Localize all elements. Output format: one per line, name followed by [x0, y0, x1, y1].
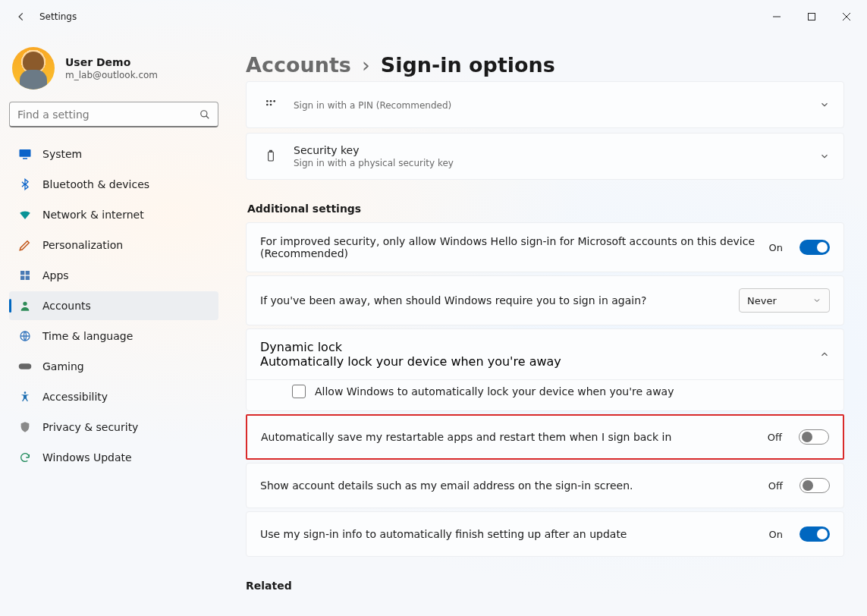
nav-list: SystemBluetooth & devicesNetwork & inter…	[9, 140, 218, 472]
setting-require-signin-value: Never	[747, 295, 777, 306]
titlebar: Settings	[0, 0, 867, 33]
maximize-button[interactable]	[794, 5, 829, 29]
profile-name: User Demo	[65, 56, 158, 68]
svg-rect-2	[20, 149, 31, 157]
nav-item-label: Apps	[42, 269, 69, 281]
nav-item-bluetooth-devices[interactable]: Bluetooth & devices	[9, 170, 218, 199]
chevron-down-icon	[819, 151, 830, 162]
gamepad-icon	[18, 360, 32, 373]
chevron-up-icon	[819, 349, 830, 360]
svg-rect-7	[26, 276, 30, 280]
setting-hello-only-state: On	[769, 242, 783, 253]
svg-rect-10	[19, 363, 32, 369]
setting-hello-only-toggle[interactable]	[799, 240, 830, 255]
wifi-icon	[18, 208, 32, 222]
dynamic-lock-checkbox-label: Allow Windows to automatically lock your…	[315, 385, 674, 398]
nav-item-label: Gaming	[42, 360, 84, 372]
setting-require-signin-select[interactable]: Never	[739, 288, 830, 313]
dynamic-lock-title: Dynamic lock	[260, 340, 807, 354]
update-icon	[18, 451, 32, 464]
nav-item-label: Windows Update	[42, 451, 132, 464]
nav-item-label: Network & internet	[42, 209, 144, 221]
securitykey-title: Security key	[294, 144, 807, 156]
setting-finish-setup: Use my sign-in info to automatically fin…	[246, 511, 844, 557]
securitykey-subtitle: Sign in with a physical security key	[294, 158, 807, 168]
signin-method-pin[interactable]: Sign in with a PIN (Recommended)	[246, 81, 844, 128]
monitor-icon	[18, 147, 32, 161]
setting-show-details-state: Off	[768, 480, 783, 492]
nav-item-gaming[interactable]: Gaming	[9, 352, 218, 381]
brush-icon	[18, 238, 32, 252]
pin-icon	[260, 99, 281, 111]
setting-finish-setup-toggle[interactable]	[799, 526, 830, 542]
chevron-down-icon	[812, 296, 821, 305]
setting-restart-apps: Automatically save my restartable apps a…	[246, 414, 844, 460]
signin-method-securitykey[interactable]: Security key Sign in with a physical sec…	[246, 133, 844, 180]
avatar	[12, 47, 55, 90]
person-icon	[18, 299, 32, 313]
search-icon	[199, 109, 210, 120]
nav-item-system[interactable]: System	[9, 140, 218, 168]
svg-rect-17	[269, 152, 274, 161]
grid-icon	[18, 269, 32, 282]
search-input[interactable]	[17, 108, 199, 121]
main-content: Accounts › Sign-in options Sign in with …	[228, 33, 867, 616]
setting-restart-apps-state: Off	[768, 432, 782, 443]
dynamic-lock-sub: Automatically lock your device when you'…	[260, 354, 807, 369]
setting-restart-apps-label: Automatically save my restartable apps a…	[261, 431, 755, 443]
setting-finish-setup-state: On	[769, 529, 783, 540]
svg-point-8	[23, 302, 27, 306]
section-related: Related	[246, 580, 844, 592]
nav-item-accounts[interactable]: Accounts	[9, 291, 218, 320]
setting-show-details-toggle[interactable]	[799, 478, 830, 493]
svg-point-12	[266, 100, 269, 102]
dynamic-lock-checkbox[interactable]	[292, 385, 306, 398]
nav-item-label: Privacy & security	[42, 421, 138, 433]
setting-restart-apps-toggle[interactable]	[799, 429, 829, 445]
setting-finish-setup-label: Use my sign-in info to automatically fin…	[260, 528, 757, 540]
nav-item-time-language[interactable]: Time & language	[9, 322, 218, 350]
nav-item-privacy-security[interactable]: Privacy & security	[9, 413, 218, 442]
svg-rect-3	[23, 158, 27, 159]
svg-point-14	[273, 100, 275, 102]
window-title: Settings	[39, 11, 77, 22]
svg-point-1	[201, 110, 207, 116]
chevron-right-icon: ›	[362, 53, 370, 77]
nav-item-apps[interactable]: Apps	[9, 261, 218, 290]
nav-item-label: Time & language	[42, 330, 133, 342]
shield-icon	[18, 420, 32, 434]
globe-icon	[18, 329, 32, 343]
svg-point-16	[270, 104, 272, 106]
nav-item-network-internet[interactable]: Network & internet	[9, 200, 218, 229]
svg-rect-0	[809, 14, 815, 20]
setting-hello-only: For improved security, only allow Window…	[246, 222, 844, 272]
breadcrumb-parent[interactable]: Accounts	[246, 53, 351, 77]
setting-dynamic-lock-header[interactable]: Dynamic lock Automatically lock your dev…	[247, 329, 843, 379]
svg-rect-4	[20, 271, 24, 275]
accessibility-icon	[18, 390, 32, 404]
nav-item-label: Personalization	[42, 239, 123, 251]
nav-item-accessibility[interactable]: Accessibility	[9, 382, 218, 411]
back-button[interactable]	[9, 5, 33, 29]
svg-rect-6	[20, 276, 24, 280]
search-box[interactable]	[9, 102, 218, 127]
bluetooth-icon	[18, 178, 32, 191]
section-additional: Additional settings	[247, 203, 844, 215]
pin-subtitle: Sign in with a PIN (Recommended)	[294, 100, 807, 111]
setting-dynamic-lock: Dynamic lock Automatically lock your dev…	[246, 328, 844, 411]
breadcrumb: Accounts › Sign-in options	[246, 53, 844, 77]
close-button[interactable]	[829, 5, 864, 29]
nav-item-personalization[interactable]: Personalization	[9, 231, 218, 259]
nav-item-windows-update[interactable]: Windows Update	[9, 443, 218, 472]
sidebar: User Demo m_lab@outlook.com SystemBlueto…	[0, 33, 228, 616]
svg-point-11	[24, 391, 27, 394]
setting-show-details: Show account details such as my email ad…	[246, 463, 844, 508]
setting-show-details-label: Show account details such as my email ad…	[260, 479, 756, 492]
chevron-down-icon	[819, 99, 830, 110]
profile-email: m_lab@outlook.com	[65, 70, 158, 80]
nav-item-label: Bluetooth & devices	[42, 178, 149, 190]
minimize-button[interactable]	[759, 5, 794, 29]
nav-item-label: Accessibility	[42, 391, 108, 403]
svg-point-13	[270, 100, 272, 102]
profile-block[interactable]: User Demo m_lab@outlook.com	[9, 42, 218, 99]
